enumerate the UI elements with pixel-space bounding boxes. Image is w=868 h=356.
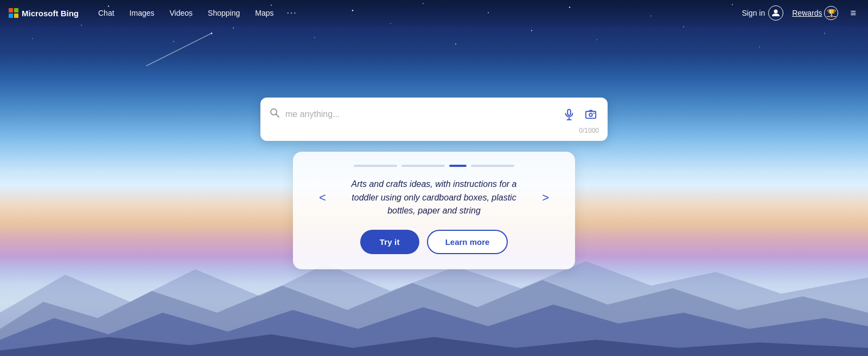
nav-shopping[interactable]: Shopping [201, 7, 246, 20]
card-navigation: < Arts and crafts ideas, with instructio… [315, 178, 553, 218]
learn-more-button[interactable]: Learn more [427, 230, 508, 254]
action-buttons: Try it Learn more [360, 230, 508, 254]
main-content: 0/1000 < Arts and crafts ideas, with ins… [0, 0, 868, 356]
char-count: 0/1000 [269, 127, 599, 134]
dot-2 [401, 165, 445, 167]
prev-suggestion-button[interactable]: < [315, 186, 330, 209]
microphone-button[interactable] [561, 106, 577, 122]
sign-in-button[interactable]: Sign in [742, 5, 783, 21]
brand-logo[interactable]: Microsoft Bing [9, 8, 79, 18]
navbar-right: Sign in Rewards 🏆 ≡ [742, 5, 859, 21]
sign-in-label: Sign in [742, 9, 765, 17]
image-search-button[interactable] [583, 106, 599, 122]
search-input-row [269, 106, 599, 122]
nav-videos[interactable]: Videos [163, 7, 200, 20]
suggestion-card: < Arts and crafts ideas, with instructio… [293, 152, 575, 269]
rewards-label: Rewards [792, 9, 822, 17]
dot-4 [471, 165, 514, 167]
svg-point-36 [589, 113, 592, 116]
nav-maps[interactable]: Maps [248, 7, 280, 20]
progress-dots [354, 165, 514, 167]
next-suggestion-button[interactable]: > [538, 186, 553, 209]
user-avatar-icon [768, 5, 783, 21]
navbar: Microsoft Bing Chat Images Videos Shoppi… [0, 0, 868, 26]
search-icon [269, 107, 280, 121]
brand-name: Microsoft Bing [22, 9, 79, 18]
search-box: 0/1000 [260, 98, 608, 141]
rewards-icon: 🏆 [824, 6, 838, 20]
dot-3-active [449, 165, 467, 167]
svg-rect-37 [593, 113, 595, 114]
try-it-button[interactable]: Try it [360, 230, 419, 254]
search-input[interactable] [285, 109, 556, 119]
svg-point-29 [774, 10, 778, 14]
svg-rect-35 [586, 111, 596, 118]
nav-chat[interactable]: Chat [92, 7, 121, 20]
hamburger-menu-icon[interactable]: ≡ [847, 5, 859, 21]
nav-links: Chat Images Videos Shopping Maps ··· [92, 6, 742, 20]
svg-line-31 [276, 114, 279, 118]
microsoft-logo-icon [9, 8, 18, 18]
nav-images[interactable]: Images [123, 7, 161, 20]
svg-rect-32 [567, 109, 571, 115]
suggestion-text: Arts and crafts ideas, with instructions… [341, 178, 527, 218]
nav-more-icon[interactable]: ··· [282, 6, 301, 20]
rewards-button[interactable]: Rewards 🏆 [792, 6, 838, 20]
dot-1 [354, 165, 397, 167]
